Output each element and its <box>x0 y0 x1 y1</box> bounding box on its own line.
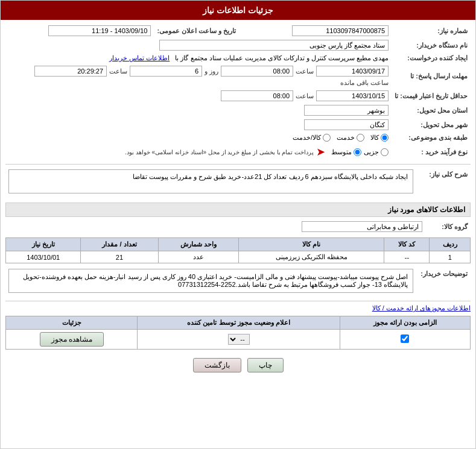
table-cell-row: 1 <box>430 251 471 263</box>
need-desc-table: شرح کلی نیاز: ایجاد شبکه داخلی پالایشگاه… <box>5 168 471 199</box>
city-input[interactable] <box>304 119 389 130</box>
goods-group-value <box>5 219 425 234</box>
supply-col-details: جزئیات <box>6 316 138 330</box>
row-need-desc: شرح کلی نیاز: ایجاد شبکه داخلی پالایشگاه… <box>5 168 471 199</box>
reply-deadline-area: ساعت روز و ساعت ساعت باقی مانده <box>5 64 392 89</box>
purchase-radio-partial-input[interactable] <box>381 148 389 156</box>
supply-status-select[interactable]: -- <box>228 334 250 345</box>
view-permit-button[interactable]: مشاهده مجوز <box>40 332 104 347</box>
city-label: شهر محل تحویل: <box>392 118 471 132</box>
table-row: 1--محفظه الکتریکی زیرزمینیعدد211403/10/0… <box>6 251 471 263</box>
date-value <box>5 24 154 38</box>
row-category: طبقه بندی موضوعی: کالا خدمت <box>5 132 471 143</box>
action-bar: چاپ بازگشت <box>5 353 471 377</box>
creator-value: مهدی مطیع سرپرست کنترل و تدارکات کالای م… <box>175 54 389 61</box>
page-header: جزئیات اطلاعات نیاز <box>1 1 475 20</box>
back-button[interactable]: بازگشت <box>193 358 241 372</box>
province-label: استان محل تحویل: <box>392 103 471 118</box>
hours-remaining-label: ساعت باقی مانده <box>340 79 389 87</box>
price-date-input[interactable] <box>316 90 389 101</box>
supply-mandatory-cell <box>340 330 470 350</box>
category-radio-both[interactable]: کالا/خدمت <box>293 134 331 142</box>
reply-date-input[interactable] <box>316 66 389 77</box>
creator-label: ایجاد کننده درخواست: <box>392 52 471 64</box>
category-radio-both-input[interactable] <box>323 134 331 142</box>
supply-col-mandatory: الزامی بودن ارائه مجوز <box>340 316 470 330</box>
reply-hours-input[interactable] <box>34 66 107 77</box>
supply-header-row: الزامی بودن ارائه مجوز اعلام وضعیت مجوز … <box>6 316 471 330</box>
info-table: شماره نیاز: تاریخ و ساعت اعلان عمومی: نا… <box>5 24 471 160</box>
category-area: کالا خدمت کالا/خدمت <box>5 132 392 143</box>
reply-time-input[interactable] <box>221 66 293 77</box>
col-unit: واحد شمارش <box>158 238 238 251</box>
row-buyer-name: نام دستگاه خریدار: <box>5 38 471 52</box>
row-city: شهر محل تحویل: <box>5 118 471 132</box>
supply-table: الزامی بودن ارائه مجوز اعلام وضعیت مجوز … <box>5 316 471 350</box>
need-number-label: شماره نیاز: <box>392 24 471 38</box>
goods-info-title: اطلاعات کالاهای مورد نیاز <box>5 203 471 217</box>
creator-link[interactable]: اطلاعات تماس خریدار <box>109 54 170 61</box>
need-desc-label: شرح کلی نیاز: <box>416 168 471 199</box>
buyer-notes-label: توضیحات خریدار: <box>416 267 471 297</box>
supply-row-1: -- مشاهده مجوز <box>6 330 471 350</box>
purchase-note: پرداخت تمام با بخشی از مبلغ خرید از محل … <box>125 149 314 155</box>
category-radio-khedmat-input[interactable] <box>357 134 364 142</box>
goods-group-input[interactable] <box>302 221 422 232</box>
date-label: تاریخ و ساعت اعلان عمومی: <box>154 24 239 38</box>
time-label: ساعت <box>296 68 314 75</box>
table-cell-code: -- <box>384 251 430 263</box>
supply-section-title: اطلاعات مجوزهای ارائه خدمت / کالا <box>5 304 471 312</box>
purchase-type-area: جزیی متوسط ➤ پرداخت تمام با بخشی از مبلغ… <box>5 143 392 160</box>
table-cell-unit: عدد <box>158 251 238 263</box>
purchase-radio-medium[interactable]: متوسط <box>331 148 361 156</box>
col-code: کد کالا <box>384 238 430 251</box>
main-content: شماره نیاز: تاریخ و ساعت اعلان عمومی: نا… <box>1 20 475 381</box>
purchase-radio-partial[interactable]: جزیی <box>364 148 389 156</box>
buyer-name-label: نام دستگاه خریدار: <box>392 38 471 52</box>
price-deadline-area: ساعت <box>5 89 392 103</box>
province-input[interactable] <box>304 105 389 116</box>
buyer-name-input[interactable] <box>159 40 389 51</box>
goods-table-header: ردیف کد کالا نام کالا واحد شمارش تعداد /… <box>6 238 471 251</box>
red-arrow-icon: ➤ <box>316 145 325 159</box>
divider-2 <box>5 301 471 301</box>
goods-table-body: 1--محفظه الکتریکی زیرزمینیعدد211403/10/0… <box>6 251 471 263</box>
purchase-partial-label: جزیی <box>364 148 379 156</box>
purchase-radio-medium-input[interactable] <box>354 148 361 156</box>
print-button[interactable]: چاپ <box>247 358 284 372</box>
category-khedmat-label: خدمت <box>337 134 355 142</box>
row-purchase-type: نوع فرآیند خرید : جزیی متوسط ➤ پرداخت تم… <box>5 143 471 160</box>
category-radio-kala-input[interactable] <box>381 134 389 142</box>
city-value <box>5 118 392 132</box>
supply-table-header: الزامی بودن ارائه مجوز اعلام وضعیت مجوز … <box>6 316 471 330</box>
category-radio-kala[interactable]: کالا <box>370 134 389 142</box>
page-title: جزئیات اطلاعات نیاز <box>203 5 273 15</box>
date-input[interactable] <box>48 25 151 36</box>
price-time-label: ساعت <box>296 92 314 100</box>
row-buyer-notes: توضیحات خریدار: اصل شرح پیوست میباشد-پیو… <box>5 267 471 297</box>
category-label: طبقه بندی موضوعی: <box>392 132 471 143</box>
purchase-medium-label: متوسط <box>331 148 352 156</box>
goods-group-table: گروه کالا: <box>5 219 471 234</box>
supply-title-link[interactable]: اطلاعات مجوزهای ارائه خدمت / کالا <box>372 304 471 312</box>
supply-mandatory-checkbox[interactable] <box>401 334 409 343</box>
reply-days-input[interactable] <box>130 66 202 77</box>
col-row: ردیف <box>430 238 471 251</box>
time2-label: ساعت <box>109 68 127 75</box>
need-desc-area: ایجاد شبکه داخلی پالایشگاه سبزدهم 6 ردیف… <box>5 168 416 199</box>
buyer-notes-table: توضیحات خریدار: اصل شرح پیوست میباشد-پیو… <box>5 267 471 297</box>
days-label: روز و <box>205 68 218 75</box>
row-creator: ایجاد کننده درخواست: مهدی مطیع سرپرست کن… <box>5 52 471 64</box>
creator-area: مهدی مطیع سرپرست کنترل و تدارکات کالای م… <box>5 52 392 64</box>
goods-header-row: ردیف کد کالا نام کالا واحد شمارش تعداد /… <box>6 238 471 251</box>
province-value <box>5 103 392 118</box>
buyer-notes-value: اصل شرح پیوست میباشد-پیوست پیشنهاد فنی و… <box>8 269 413 293</box>
reply-deadline-label: مهلت ارسال پاسخ: تا <box>392 64 471 89</box>
price-time-input[interactable] <box>221 90 293 101</box>
category-radio-khedmat[interactable]: خدمت <box>337 134 364 142</box>
table-cell-quantity: 21 <box>81 251 158 263</box>
goods-table: ردیف کد کالا نام کالا واحد شمارش تعداد /… <box>5 237 471 263</box>
supply-status-cell: -- <box>138 330 340 350</box>
row-province: استان محل تحویل: <box>5 103 471 118</box>
need-number-input[interactable] <box>292 25 389 36</box>
